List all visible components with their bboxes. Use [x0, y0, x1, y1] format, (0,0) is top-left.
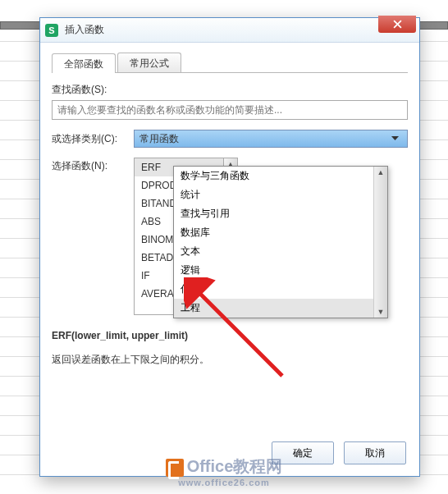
category-label: 或选择类别(C):	[52, 132, 134, 146]
dropdown-item[interactable]: 工程	[174, 299, 373, 318]
category-combo[interactable]: 常用函数	[134, 130, 408, 148]
watermark-logo-icon	[166, 459, 184, 477]
dropdown-item[interactable]: 查找与引用	[174, 204, 373, 223]
tab-common-formula[interactable]: 常用公式	[117, 53, 181, 72]
window-title: 插入函数	[65, 23, 104, 37]
chevron-down-icon	[387, 130, 402, 147]
insert-function-dialog: S 插入函数 全部函数 常用公式 查找函数(S): 或选择类别(C): 常用函数	[39, 17, 420, 477]
watermark: Office教程网 www.office26.com	[0, 455, 448, 487]
search-label: 查找函数(S):	[52, 83, 408, 97]
function-signature: ERF(lower_limit, upper_limit)	[52, 330, 408, 341]
close-icon	[393, 20, 402, 29]
scroll-up-icon: ▲	[377, 168, 385, 176]
tab-all-functions[interactable]: 全部函数	[52, 53, 116, 73]
tab-bar: 全部函数 常用公式	[52, 53, 408, 73]
dropdown-scrollbar[interactable]: ▲ ▼	[373, 167, 387, 318]
close-button[interactable]	[378, 16, 416, 33]
dropdown-item[interactable]: 逻辑	[174, 261, 373, 280]
titlebar[interactable]: S 插入函数	[40, 18, 419, 43]
dropdown-item[interactable]: 统计	[174, 185, 373, 204]
function-description: 返回误差函数在上下限之间的积分。	[52, 353, 408, 367]
category-dropdown[interactable]: 数学与三角函数统计查找与引用数据库文本逻辑信息工程 ▲ ▼	[173, 166, 388, 318]
scroll-down-icon: ▼	[377, 308, 385, 316]
search-input[interactable]	[52, 100, 408, 120]
select-function-label: 选择函数(N):	[52, 158, 134, 173]
app-icon: S	[45, 24, 58, 37]
dropdown-item[interactable]: 信息	[174, 280, 373, 299]
dropdown-item[interactable]: 文本	[174, 242, 373, 261]
category-selected: 常用函数	[139, 132, 179, 146]
dropdown-item[interactable]: 数据库	[174, 223, 373, 242]
dropdown-item[interactable]: 数学与三角函数	[174, 167, 373, 185]
